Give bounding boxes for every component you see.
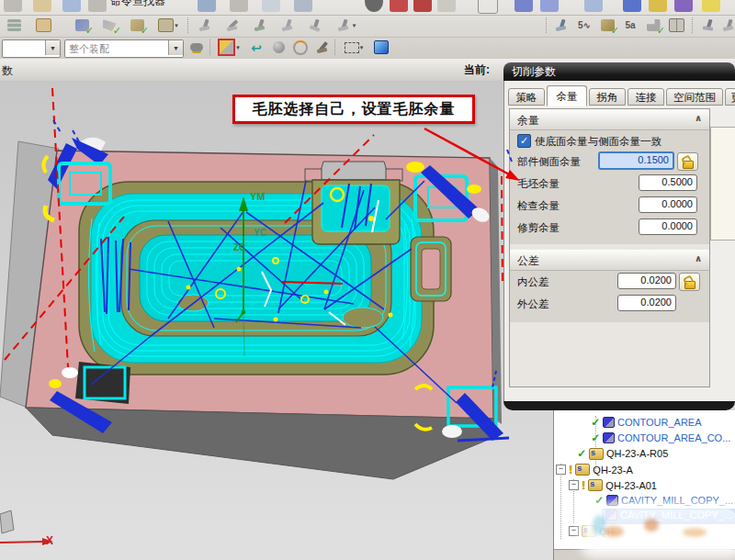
create-geometry-icon[interactable]: ✓	[99, 17, 119, 34]
clipped-icon[interactable]	[390, 0, 408, 12]
dialog-side-panel	[710, 127, 735, 241]
post-process-icon[interactable]	[718, 17, 735, 34]
lock-button[interactable]	[677, 152, 698, 171]
outtol-value[interactable]: 0.0200	[617, 295, 676, 311]
clipped-icon[interactable]	[294, 0, 312, 12]
tab-strategy[interactable]: 策略	[508, 88, 545, 106]
tree-row[interactable]: −!sQH-23-A01	[554, 477, 735, 493]
snap-point-icon[interactable]: ▾	[215, 39, 243, 56]
replay-toolpath-icon[interactable]: 5∿	[574, 17, 594, 34]
clipped-icon[interactable]	[230, 0, 248, 12]
combo-arrow-icon[interactable]: ▼	[168, 40, 183, 55]
mold-scene	[0, 81, 553, 560]
shop-docs-icon[interactable]	[666, 17, 686, 34]
tolerance-section-header[interactable]: 公差 ∧	[510, 250, 709, 271]
toolbar-row-clipped: 命令查找器	[0, 0, 735, 16]
create-method-icon[interactable]: ✓	[127, 17, 147, 34]
clipped-icon[interactable]	[437, 0, 456, 12]
tab-containment[interactable]: 空间范围	[666, 88, 723, 106]
create-operation-icon[interactable]: ▾	[154, 17, 182, 34]
tab-corners[interactable]: 拐角	[589, 88, 626, 106]
copy-object-icon[interactable]	[250, 17, 270, 34]
selection-scope-combo[interactable]: ▼	[2, 39, 61, 58]
edit-object-icon[interactable]	[195, 17, 215, 34]
collapse-chevron-icon[interactable]: ∧	[695, 253, 702, 263]
intol-value[interactable]: 0.0200	[617, 273, 676, 289]
clipped-icon[interactable]	[674, 0, 693, 12]
tree-expand-toggle[interactable]: −	[569, 526, 579, 536]
show-object-icon[interactable]: ▾	[333, 17, 358, 34]
clipped-icon[interactable]	[478, 0, 498, 14]
clipped-icon[interactable]	[262, 0, 280, 12]
rectangle-select-icon[interactable]: ▾	[340, 39, 368, 56]
tree-item-label[interactable]: CAVITY_MILL_COPY_...	[621, 495, 733, 506]
watermark-blur	[587, 510, 735, 551]
clipped-icon[interactable]	[365, 0, 383, 12]
bottom-same-as-side-checkbox[interactable]: ✓	[517, 134, 531, 148]
tree-item-label[interactable]: QH-23-A	[593, 465, 632, 476]
intol-label: 内公差	[517, 275, 549, 289]
clipped-icon[interactable]	[584, 0, 603, 12]
render-style-icon[interactable]	[268, 39, 288, 56]
clipped-icon[interactable]	[33, 0, 51, 12]
top-boss-feature[interactable]	[305, 162, 402, 244]
tree-row[interactable]: ✓CONTOUR_AREA	[554, 415, 735, 431]
combo-arrow-icon[interactable]: ▼	[45, 40, 60, 55]
shaded-view-icon[interactable]	[371, 39, 391, 56]
tree-row[interactable]: ✓CAVITY_MILL_COPY_...	[554, 493, 735, 509]
tab-stock[interactable]: 余量	[547, 85, 587, 106]
tree-expand-toggle[interactable]: −	[569, 480, 579, 490]
tab-connections[interactable]: 连接	[628, 88, 664, 106]
clipped-icon[interactable]	[623, 0, 641, 12]
tree-row[interactable]: −!sQH-23-A	[554, 462, 735, 477]
tree-item-label[interactable]: QH-23-A01	[605, 480, 657, 491]
axis-label-x: X	[46, 534, 53, 547]
toolbar-row-selection: ▼ 整个装配▼ ▾ ↩ ▾	[0, 37, 735, 59]
tree-item-label[interactable]: CONTOUR_AREA_CO...	[617, 432, 730, 443]
assembly-scope-combo[interactable]: 整个装配▼	[64, 39, 184, 58]
operation-navigator-icon[interactable]	[4, 17, 24, 34]
verify-toolpath-icon[interactable]: ✓	[597, 17, 617, 34]
lock-button[interactable]	[679, 273, 700, 291]
clipped-icon[interactable]	[62, 0, 81, 12]
delete-object-icon[interactable]	[305, 17, 325, 34]
create-program-icon[interactable]	[33, 17, 53, 34]
clipped-icon[interactable]	[413, 0, 432, 12]
list-toolpath-icon[interactable]: 5a	[620, 17, 640, 34]
completed-check-icon: ✓	[577, 447, 586, 460]
cut-object-icon[interactable]	[222, 17, 243, 34]
clipped-icon[interactable]	[702, 0, 720, 12]
paste-object-icon[interactable]	[277, 17, 298, 34]
collapse-chevron-icon[interactable]: ∧	[695, 113, 702, 123]
create-tool-icon[interactable]: ✓	[72, 17, 92, 34]
part-side-stock-value[interactable]: 0.1500	[598, 151, 674, 170]
open-padlock-icon	[683, 161, 694, 169]
tree-item-label[interactable]: CONTOUR_AREA	[617, 417, 701, 428]
clipped-icon[interactable]	[4, 0, 22, 12]
clipped-icon[interactable]	[514, 0, 533, 12]
clipped-icon[interactable]	[540, 0, 559, 12]
find-component-icon[interactable]	[187, 39, 207, 56]
right-slot-feature[interactable]	[411, 237, 451, 301]
clipped-icon[interactable]	[649, 0, 667, 12]
tree-item-label[interactable]: QH-23-A-R05	[606, 448, 668, 459]
trim-stock-value[interactable]: 0.0000	[639, 218, 697, 235]
blank-stock-value[interactable]: 0.5000	[639, 174, 697, 191]
tree-expand-toggle[interactable]: −	[556, 465, 566, 475]
pan-view-icon[interactable]	[312, 39, 333, 56]
operation-navigator-tree: ✓CONTOUR_AREA ✓CONTOUR_AREA_CO... ✓sQH-2…	[553, 410, 735, 560]
stock-section-header[interactable]: 余量 ∧	[510, 109, 709, 130]
clipped-icon[interactable]	[88, 0, 107, 12]
undo-icon[interactable]: ↩	[246, 39, 266, 56]
axis-label-zc: ZC	[233, 242, 245, 252]
orient-view-icon[interactable]	[290, 39, 311, 56]
dialog-title[interactable]: 切削参数	[503, 62, 735, 81]
tab-more[interactable]: 更多	[725, 88, 735, 106]
tree-row[interactable]: ✓CONTOUR_AREA_CO...	[554, 431, 735, 446]
machine-simulate-icon[interactable]: ✓	[643, 17, 663, 34]
check-stock-value[interactable]: 0.0000	[639, 196, 697, 213]
tree-row[interactable]: ✓sQH-23-A-R05	[554, 446, 735, 462]
clipped-icon[interactable]	[198, 0, 216, 12]
generate-toolpath-icon[interactable]	[551, 17, 571, 34]
output-clsf-icon[interactable]	[698, 17, 718, 34]
